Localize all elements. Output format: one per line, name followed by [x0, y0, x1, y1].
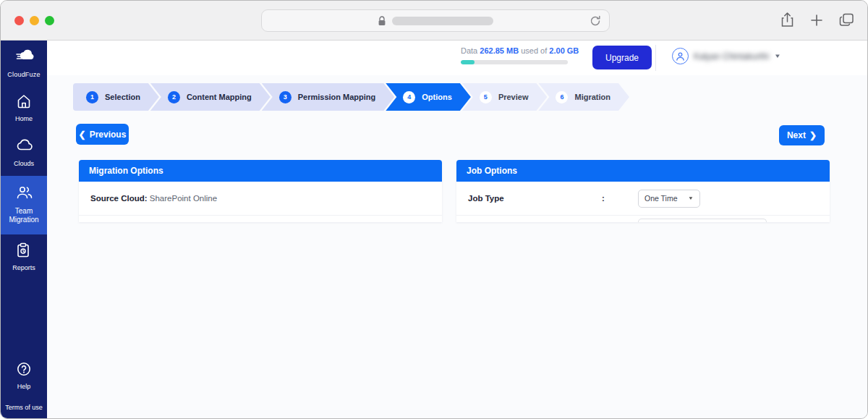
sidebar-item-team-migration[interactable]: Team Migration — [1, 176, 47, 234]
app-topbar: Data 262.85 MB used of 2.00 GB Upgrade K… — [47, 41, 867, 75]
data-usage-text: Data 262.85 MB used of 2.00 GB — [461, 46, 571, 55]
terms-of-use-link[interactable]: Terms of use — [1, 398, 47, 418]
user-name-blurred: Kalyan Chintakurthi — [694, 51, 769, 62]
reload-icon[interactable] — [588, 14, 603, 28]
next-button[interactable]: Next ❯ — [779, 125, 825, 145]
step-number: 3 — [279, 91, 292, 103]
upgrade-button[interactable]: Upgrade — [592, 46, 652, 69]
share-icon[interactable] — [780, 12, 794, 27]
browser-window: CloudFuze Home Clouds Team Migration Rep… — [0, 0, 868, 419]
clipped-row — [456, 216, 830, 222]
data-usage-progress-fill — [461, 60, 475, 64]
sidebar-item-label: Home — [2, 115, 46, 123]
job-type-select[interactable]: One Time ▼ — [638, 190, 700, 208]
job-type-row: Job Type : One Time ▼ — [456, 182, 830, 216]
job-type-separator: : — [602, 194, 638, 203]
step-label: Migration — [574, 93, 610, 101]
wizard-step-migration[interactable]: 6 Migration — [538, 83, 629, 111]
data-usage: Data 262.85 MB used of 2.00 GB — [461, 46, 571, 64]
clipped-input-field[interactable] — [638, 219, 767, 222]
sidebar-item-clouds[interactable]: Clouds — [1, 130, 47, 175]
sidebar: CloudFuze Home Clouds Team Migration Rep… — [1, 41, 47, 418]
data-usage-progress-track — [461, 60, 568, 64]
previous-button[interactable]: ❮ Previous — [76, 124, 129, 145]
step-label: Content Mapping — [187, 93, 252, 101]
minimize-window-button[interactable] — [30, 16, 39, 25]
source-cloud-label: Source Cloud: — [90, 194, 148, 203]
sidebar-item-home[interactable]: Home — [1, 85, 47, 130]
wizard-step-selection[interactable]: 1 Selection — [73, 83, 159, 111]
wizard-step-options[interactable]: 4 Options — [386, 83, 471, 111]
job-type-selected-value: One Time — [644, 194, 678, 203]
chevron-right-icon: ❯ — [809, 131, 817, 140]
tab-overview-icon[interactable] — [839, 13, 854, 27]
sidebar-item-label: Clouds — [2, 160, 46, 168]
step-label: Preview — [498, 93, 529, 101]
cloudfuze-logo-icon — [16, 49, 32, 65]
migration-options-panel: Migration Options Source Cloud: SharePoi… — [79, 160, 442, 222]
wizard-step-permission-mapping[interactable]: 3 Permission Mapping — [262, 83, 395, 111]
clouds-icon — [16, 138, 32, 154]
help-icon — [16, 361, 32, 377]
sidebar-item-label: Team Migration — [2, 207, 46, 225]
data-usage-total-value: 2.00 GB — [549, 46, 579, 55]
step-label: Permission Mapping — [298, 93, 376, 101]
user-menu[interactable]: Kalyan Chintakurthi ▼ — [672, 48, 781, 64]
zoom-window-button[interactable] — [45, 16, 54, 25]
wizard-steps: 1 Selection 2 Content Mapping 3 Permissi… — [73, 83, 621, 111]
sidebar-item-label: Reports — [2, 264, 46, 272]
migration-options-header: Migration Options — [79, 160, 442, 182]
source-cloud-row: Source Cloud: SharePoint Online — [79, 182, 442, 216]
next-button-label: Next — [787, 130, 806, 140]
sidebar-item-help[interactable]: Help — [1, 353, 47, 398]
source-cloud-text: Source Cloud: SharePoint Online — [90, 194, 217, 203]
step-label: Options — [422, 93, 452, 101]
source-cloud-value: SharePoint Online — [150, 194, 217, 203]
job-options-header: Job Options — [456, 160, 830, 182]
data-usage-used-of-label: used of — [521, 46, 547, 55]
step-label: Selection — [105, 93, 140, 101]
cloudfuze-logo[interactable]: CloudFuze — [1, 41, 47, 85]
step-number: 5 — [480, 91, 492, 103]
step-number: 2 — [168, 91, 180, 103]
chevron-down-icon: ▼ — [774, 53, 781, 59]
close-window-button[interactable] — [14, 16, 24, 25]
url-redacted-pill — [392, 17, 493, 25]
job-type-label: Job Type — [468, 194, 602, 203]
sidebar-item-reports[interactable]: Reports — [1, 234, 47, 279]
sidebar-item-label: Help — [2, 383, 46, 391]
wizard-step-content-mapping[interactable]: 2 Content Mapping — [150, 83, 271, 111]
step-number: 4 — [403, 91, 415, 103]
topbar-divider — [655, 45, 656, 71]
step-number: 1 — [86, 91, 98, 103]
data-usage-label: Data — [461, 46, 477, 55]
step-number: 6 — [556, 91, 568, 103]
browser-chrome — [1, 1, 867, 41]
chevron-left-icon: ❮ — [79, 130, 86, 139]
reports-icon — [16, 242, 32, 258]
lock-icon — [378, 16, 386, 26]
address-bar[interactable] — [261, 9, 610, 32]
main-content: 1 Selection 2 Content Mapping 3 Permissi… — [47, 75, 867, 418]
team-migration-icon — [16, 185, 32, 201]
new-tab-icon[interactable] — [810, 14, 823, 27]
cloudfuze-logo-label: CloudFuze — [1, 71, 47, 78]
chevron-down-icon: ▼ — [688, 195, 694, 200]
job-options-panel: Job Options Job Type : One Time ▼ — [456, 160, 830, 222]
previous-button-label: Previous — [90, 130, 127, 140]
home-icon — [16, 93, 32, 109]
sidebar-spacer — [1, 279, 47, 353]
user-avatar-icon — [672, 48, 689, 64]
clipped-row — [79, 216, 442, 222]
wizard-step-preview[interactable]: 5 Preview — [462, 83, 548, 111]
traffic-lights — [14, 16, 54, 25]
data-usage-used-value: 262.85 MB — [480, 46, 519, 55]
